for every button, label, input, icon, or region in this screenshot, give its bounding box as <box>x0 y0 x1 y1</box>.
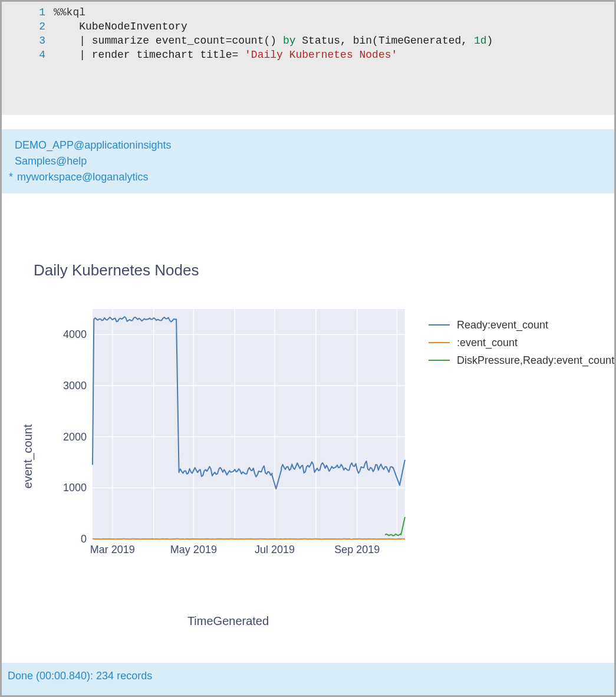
status-bar: Done (00:00.840): 234 records <box>2 663 614 695</box>
line-number: 2 <box>2 19 54 34</box>
y-tick-label: 2000 <box>63 431 87 443</box>
line-number: 1 <box>2 5 54 19</box>
code-text[interactable]: KubeNodeInventory <box>54 19 614 34</box>
code-text[interactable]: %%kql <box>54 5 614 19</box>
chart-title: Daily Kubernetes Nodes <box>34 261 602 280</box>
x-tick-label: Jul 2019 <box>255 544 295 555</box>
workspace-label: DEMO_APP@applicationinsights <box>15 139 171 151</box>
code-text[interactable]: | render timechart title= 'Daily Kuberne… <box>54 48 614 62</box>
line-number: 3 <box>2 34 54 48</box>
y-tick-label: 4000 <box>63 328 87 340</box>
status-text: Done (00:00.840): 234 records <box>8 670 152 682</box>
y-axis-label: event_count <box>21 425 35 489</box>
legend[interactable]: Ready:event_count:event_countDiskPressur… <box>429 316 614 369</box>
workspace-label: Samples@help <box>15 155 87 167</box>
code-cell[interactable]: 1%%kql2 KubeNodeInventory3 | summarize e… <box>2 2 614 115</box>
workspace-item[interactable]: Samples@help <box>9 153 607 169</box>
notebook-cell-frame: 1%%kql2 KubeNodeInventory3 | summarize e… <box>2 2 614 695</box>
workspace-label: myworkspace@loganalytics <box>17 171 148 183</box>
x-tick-label: May 2019 <box>170 544 217 555</box>
legend-swatch <box>429 360 450 361</box>
workspace-list: DEMO_APP@applicationinsights Samples@hel… <box>2 129 614 193</box>
legend-swatch <box>429 324 450 326</box>
chart-svg[interactable]: 01000200030004000Mar 2019May 2019Jul 201… <box>51 309 411 571</box>
code-line[interactable]: 1%%kql <box>2 5 614 19</box>
legend-label: DiskPressure,Ready:event_count <box>457 354 614 367</box>
code-line[interactable]: 4 | render timechart title= 'Daily Kuber… <box>2 48 614 62</box>
svg-rect-0 <box>93 309 405 539</box>
legend-item[interactable]: :event_count <box>429 334 614 351</box>
x-tick-label: Sep 2019 <box>334 544 380 555</box>
y-tick-label: 3000 <box>63 380 87 392</box>
active-marker: * <box>9 171 14 183</box>
workspace-item[interactable]: DEMO_APP@applicationinsights <box>9 137 607 153</box>
code-line[interactable]: 3 | summarize event_count=count() by Sta… <box>2 34 614 48</box>
workspace-item[interactable]: * myworkspace@loganalytics <box>9 169 607 185</box>
legend-label: :event_count <box>457 337 518 349</box>
y-tick-label: 1000 <box>63 482 87 494</box>
legend-item[interactable]: Ready:event_count <box>429 316 614 334</box>
chart-output: Daily Kubernetes Nodes event_count 01000… <box>2 193 614 663</box>
x-tick-label: Mar 2019 <box>90 544 135 555</box>
y-tick-label: 0 <box>81 533 87 545</box>
line-number: 4 <box>2 48 54 62</box>
legend-label: Ready:event_count <box>457 319 548 331</box>
code-text[interactable]: | summarize event_count=count() by Statu… <box>54 34 614 48</box>
plot-zone[interactable]: event_count 01000200030004000Mar 2019May… <box>51 309 602 604</box>
legend-swatch <box>429 342 450 343</box>
series-line[interactable] <box>93 539 405 540</box>
legend-item[interactable]: DiskPressure,Ready:event_count <box>429 351 614 369</box>
code-line[interactable]: 2 KubeNodeInventory <box>2 19 614 34</box>
x-axis-label: TimeGenerated <box>63 614 393 628</box>
